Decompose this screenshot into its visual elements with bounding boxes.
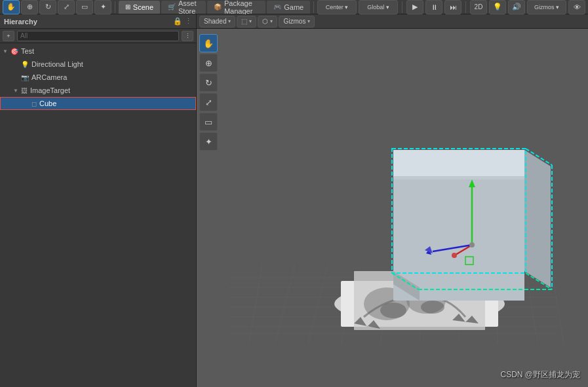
asset-store-icon: 🛒	[168, 3, 176, 10]
scene-rotate-btn[interactable]: ↻	[199, 73, 218, 92]
tabs-group: ⊞ Scene 🛒 Asset Store 📦 Package Manager …	[119, 1, 310, 14]
svg-point-44	[452, 253, 457, 258]
move-tool-btn[interactable]: ⊕	[21, 0, 38, 14]
tab-asset-store[interactable]: 🛒 Asset Store	[161, 1, 206, 14]
hierarchy-title: Hierarchy	[4, 18, 37, 26]
directional-light-label: Directional Light	[31, 60, 83, 68]
scene-tab-icon: ⊞	[125, 3, 130, 10]
arcamera-icon: 📷	[21, 74, 29, 81]
audio-btn[interactable]: 🔊	[508, 0, 525, 14]
step-btn[interactable]: ⏭	[444, 0, 461, 14]
scene-tools: ✋ ⊕ ↻ ⤢ ▭ ✦	[199, 34, 218, 151]
effect-btn[interactable]: ⬡ ▾	[258, 16, 277, 28]
scene-canvas	[197, 29, 588, 387]
svg-marker-29	[393, 150, 524, 176]
game-icon: 🎮	[273, 3, 281, 10]
expand-arrow-test: ▼	[3, 48, 10, 54]
tree-item-arcamera[interactable]: ▶ 📷 ARCamera	[0, 71, 196, 84]
effect-arrow: ▾	[270, 18, 273, 24]
tree-item-cube[interactable]: ▶ ◻ Cube	[0, 97, 196, 110]
render-mode-btn[interactable]: ⬚ ▾	[237, 16, 256, 28]
scene-view-toolbar: Shaded ▾ ⬚ ▾ ⬡ ▾ Gizmos ▾	[197, 14, 588, 29]
pause-btn[interactable]: ⏸	[425, 0, 442, 14]
expand-arrow-imagetarget: ▼	[13, 88, 21, 94]
svg-point-46	[469, 242, 475, 248]
tab-game[interactable]: 🎮 Game	[267, 1, 310, 14]
lock-icon[interactable]: 🔒	[173, 17, 182, 26]
hierarchy-panel: Hierarchy 🔒 ⋮ + ⋮ ▼ 🎯 Test ▶ 💡 Direction…	[0, 14, 197, 387]
right-toolbar: Center ▾ Global ▾ ▶ ⏸ ⏭ 2D 💡 🔊 Gizmos ▾ …	[317, 0, 585, 14]
asset-store-label: Asset Store	[178, 0, 199, 15]
cube-icon: ◻	[31, 100, 37, 107]
play-btn[interactable]: ▶	[406, 0, 423, 14]
hierarchy-more-btn[interactable]: ⋮	[182, 31, 193, 41]
scene-hand-btn[interactable]: ✋	[199, 34, 218, 52]
eye-btn[interactable]: 👁	[568, 0, 585, 14]
scene-transform-btn[interactable]: ✦	[199, 132, 218, 151]
scale-tool-btn[interactable]: ⤢	[58, 0, 75, 14]
sep4	[465, 1, 466, 13]
svg-point-26	[421, 301, 444, 314]
sep1	[115, 1, 115, 13]
expand-arrow-arcamera: ▶	[13, 75, 21, 81]
main-area: Hierarchy 🔒 ⋮ + ⋮ ▼ 🎯 Test ▶ 💡 Direction…	[0, 14, 588, 387]
svg-marker-30	[524, 150, 551, 287]
cube-label: Cube	[39, 100, 56, 107]
gizmos-dropdown-btn[interactable]: Gizmos ▾	[527, 0, 566, 14]
2d-btn[interactable]: 2D	[470, 0, 487, 14]
imagetarget-icon: 🖼	[21, 87, 28, 94]
scene-gizmos-arrow: ▾	[307, 18, 310, 24]
tab-package-manager[interactable]: 📦 Package Manager	[207, 1, 265, 14]
hierarchy-header: Hierarchy 🔒 ⋮	[0, 14, 196, 29]
scene-scale-btn[interactable]: ⤢	[199, 93, 218, 111]
scene-gizmos-btn[interactable]: Gizmos ▾	[279, 16, 315, 28]
tab-scene[interactable]: ⊞ Scene	[119, 1, 160, 14]
hierarchy-header-icons: 🔒 ⋮	[173, 17, 192, 26]
more-icon[interactable]: ⋮	[185, 17, 192, 26]
hand-tool-btn[interactable]: ✋	[3, 0, 20, 14]
sep3	[402, 1, 402, 13]
game-label: Game	[284, 3, 304, 11]
scene-gizmos-label: Gizmos	[283, 18, 305, 25]
scene-move-btn[interactable]: ⊕	[199, 54, 218, 72]
test-icon: 🎯	[10, 48, 18, 55]
hierarchy-search[interactable]	[17, 31, 179, 41]
shading-btn[interactable]: Shaded ▾	[199, 16, 235, 28]
rect-tool-btn[interactable]: ▭	[76, 0, 93, 14]
arcamera-label: ARCamera	[31, 73, 67, 81]
scene-svg	[197, 29, 588, 387]
expand-arrow-directional: ▶	[13, 62, 21, 67]
scene-tab-label: Scene	[133, 3, 153, 11]
render-icon: ⬚	[241, 18, 247, 25]
directional-light-icon: 💡	[21, 61, 29, 68]
package-manager-label: Package Manager	[224, 0, 259, 15]
light-btn[interactable]: 💡	[489, 0, 506, 14]
svg-rect-28	[393, 179, 524, 301]
tree-item-imagetarget[interactable]: ▼ 🖼 ImageTarget	[0, 84, 196, 97]
scene-view[interactable]: Shaded ▾ ⬚ ▾ ⬡ ▾ Gizmos ▾ ✋ ⊕ ↻ ⤢ ▭ ✦	[197, 14, 588, 387]
svg-point-25	[380, 303, 406, 318]
transform-tool-btn[interactable]: ✦	[94, 0, 111, 14]
package-manager-icon: 📦	[214, 3, 222, 10]
tree-item-directional-light[interactable]: ▶ 💡 Directional Light	[0, 58, 196, 71]
imagetarget-label: ImageTarget	[30, 86, 70, 94]
shading-arrow: ▾	[228, 18, 231, 24]
hierarchy-toolbar: + ⋮	[0, 29, 196, 43]
transform-tools: ✋ ⊕ ↻ ⤢ ▭ ✦	[3, 0, 111, 14]
effect-icon: ⬡	[262, 18, 268, 25]
tree-item-test[interactable]: ▼ 🎯 Test	[0, 45, 196, 58]
expand-arrow-cube: ▶	[24, 101, 31, 107]
pivot-btn[interactable]: Center ▾	[317, 0, 357, 14]
hierarchy-add-btn[interactable]: +	[3, 31, 14, 41]
sep2	[313, 1, 314, 13]
hierarchy-tree: ▼ 🎯 Test ▶ 💡 Directional Light ▶ 📷 ARCam…	[0, 43, 196, 387]
test-label: Test	[21, 47, 34, 55]
rotate-tool-btn[interactable]: ↻	[39, 0, 56, 14]
global-btn[interactable]: Global ▾	[359, 0, 398, 14]
top-tab-bar: ✋ ⊕ ↻ ⤢ ▭ ✦ ⊞ Scene 🛒 Asset Store 📦 Pack…	[0, 0, 588, 14]
watermark: CSDN @野区捕龙为宠	[500, 369, 580, 380]
shading-label: Shaded	[204, 18, 226, 25]
render-arrow: ▾	[249, 18, 252, 24]
scene-rect-btn[interactable]: ▭	[199, 113, 218, 131]
